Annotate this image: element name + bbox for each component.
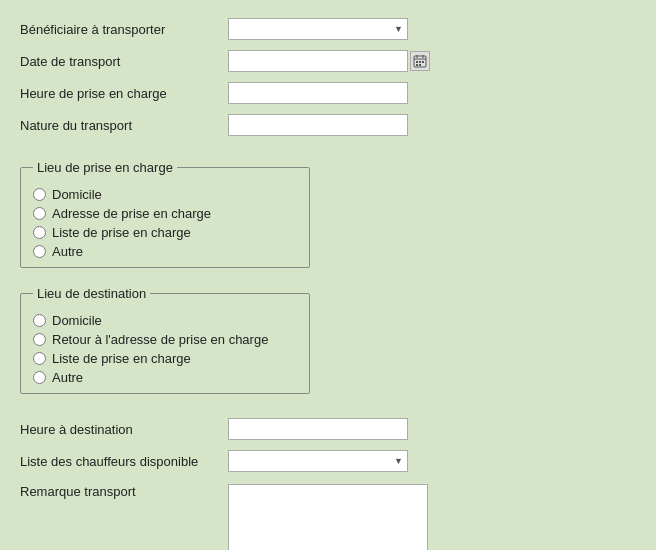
dest-domicile-radio[interactable] bbox=[33, 314, 46, 327]
dest-retour-radio[interactable] bbox=[33, 333, 46, 346]
svg-rect-6 bbox=[422, 61, 424, 63]
heure-destination-input[interactable] bbox=[228, 418, 408, 440]
lieu-prise-legend: Lieu de prise en charge bbox=[33, 160, 177, 175]
prise-liste-radio[interactable] bbox=[33, 226, 46, 239]
dest-autre-label[interactable]: Autre bbox=[52, 370, 83, 385]
heure-destination-row: Heure à destination bbox=[20, 416, 636, 442]
lieu-destination-group: Lieu de destination Domicile Retour à l'… bbox=[20, 286, 310, 394]
dest-liste-radio[interactable] bbox=[33, 352, 46, 365]
heure-prise-input[interactable] bbox=[228, 82, 408, 104]
prise-adresse-radio[interactable] bbox=[33, 207, 46, 220]
nature-transport-label: Nature du transport bbox=[20, 118, 220, 133]
lieu-prise-group: Lieu de prise en charge Domicile Adresse… bbox=[20, 160, 310, 268]
date-transport-label: Date de transport bbox=[20, 54, 220, 69]
svg-rect-7 bbox=[416, 64, 418, 66]
beneficiaire-select-wrapper bbox=[228, 18, 408, 40]
prise-domicile-row: Domicile bbox=[33, 187, 297, 202]
prise-adresse-label[interactable]: Adresse de prise en charge bbox=[52, 206, 211, 221]
dest-retour-row: Retour à l'adresse de prise en charge bbox=[33, 332, 297, 347]
svg-rect-8 bbox=[419, 64, 421, 66]
lieu-destination-legend: Lieu de destination bbox=[33, 286, 150, 301]
date-transport-wrapper bbox=[228, 50, 430, 72]
dest-domicile-label[interactable]: Domicile bbox=[52, 313, 102, 328]
prise-autre-row: Autre bbox=[33, 244, 297, 259]
dest-domicile-row: Domicile bbox=[33, 313, 297, 328]
chauffeurs-label: Liste des chauffeurs disponible bbox=[20, 454, 220, 469]
prise-domicile-label[interactable]: Domicile bbox=[52, 187, 102, 202]
nature-transport-input[interactable] bbox=[228, 114, 408, 136]
date-transport-input[interactable] bbox=[228, 50, 408, 72]
chauffeurs-select-wrapper bbox=[228, 450, 408, 472]
prise-liste-label[interactable]: Liste de prise en charge bbox=[52, 225, 191, 240]
heure-prise-label: Heure de prise en charge bbox=[20, 86, 220, 101]
dest-autre-row: Autre bbox=[33, 370, 297, 385]
dest-retour-label[interactable]: Retour à l'adresse de prise en charge bbox=[52, 332, 268, 347]
form-container: Bénéficiaire à transporter Date de trans… bbox=[0, 0, 656, 550]
date-transport-row: Date de transport bbox=[20, 48, 636, 74]
heure-destination-label: Heure à destination bbox=[20, 422, 220, 437]
nature-transport-row: Nature du transport bbox=[20, 112, 636, 138]
dest-liste-label[interactable]: Liste de prise en charge bbox=[52, 351, 191, 366]
svg-rect-5 bbox=[419, 61, 421, 63]
prise-adresse-row: Adresse de prise en charge bbox=[33, 206, 297, 221]
dest-autre-radio[interactable] bbox=[33, 371, 46, 384]
remarque-label: Remarque transport bbox=[20, 484, 220, 499]
remarque-textarea[interactable] bbox=[228, 484, 428, 550]
calendar-icon[interactable] bbox=[410, 51, 430, 71]
dest-liste-row: Liste de prise en charge bbox=[33, 351, 297, 366]
beneficiaire-row: Bénéficiaire à transporter bbox=[20, 16, 636, 42]
svg-rect-4 bbox=[416, 61, 418, 63]
chauffeurs-row: Liste des chauffeurs disponible bbox=[20, 448, 636, 474]
beneficiaire-label: Bénéficiaire à transporter bbox=[20, 22, 220, 37]
prise-autre-label[interactable]: Autre bbox=[52, 244, 83, 259]
prise-autre-radio[interactable] bbox=[33, 245, 46, 258]
prise-domicile-radio[interactable] bbox=[33, 188, 46, 201]
chauffeurs-select[interactable] bbox=[228, 450, 408, 472]
remarque-row: Remarque transport bbox=[20, 484, 636, 550]
heure-prise-row: Heure de prise en charge bbox=[20, 80, 636, 106]
prise-liste-row: Liste de prise en charge bbox=[33, 225, 297, 240]
beneficiaire-select[interactable] bbox=[228, 18, 408, 40]
